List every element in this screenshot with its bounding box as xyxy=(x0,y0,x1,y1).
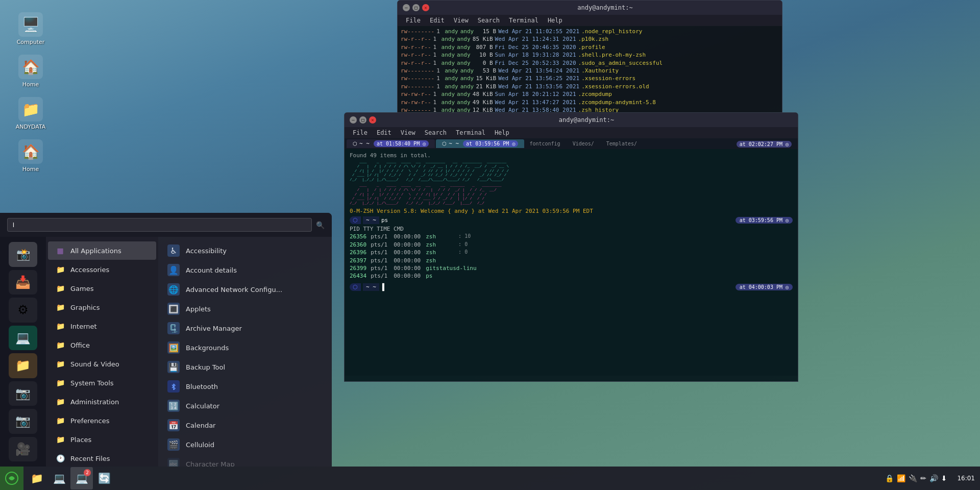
desktop: 🖥️ Computer 🏠 Home 📁 ANDYDATA 🏠 Home — □… xyxy=(0,0,980,490)
tray-network-icon[interactable]: 📶 xyxy=(897,474,905,482)
terminal-1-menu-terminal[interactable]: Terminal xyxy=(505,16,543,25)
launcher-item-inbox[interactable]: 📥 xyxy=(9,270,37,295)
taskbar-start-button[interactable] xyxy=(0,467,23,490)
taskbar-app-terminal-icon[interactable]: 💻 xyxy=(48,467,70,489)
term1-line-1: rw-------- 1 andy andy 15 B Wed Apr 21 1… xyxy=(401,28,779,35)
launcher-item-camera2[interactable]: 📷 xyxy=(9,409,37,434)
launcher-item-snap[interactable]: 📸 xyxy=(9,242,37,267)
launcher-item-camera1[interactable]: 📷 xyxy=(9,381,37,406)
terminal-1-menu-edit[interactable]: Edit xyxy=(426,16,449,25)
desktop-icon-home[interactable]: 🏠 Home xyxy=(10,53,51,90)
app-advanced-network[interactable]: 🌐 Advanced Network Configu... xyxy=(162,280,328,299)
terminal-2-tab-2[interactable]: ⬡ ~ ~ at 03:59:56 PM ◎ xyxy=(436,139,524,148)
terminal-1-minimize[interactable]: — xyxy=(403,4,410,11)
app-backup-tool[interactable]: 💾 Backup Tool xyxy=(162,357,328,377)
account-icon: 👤 xyxy=(167,264,180,276)
calculator-icon: 🔢 xyxy=(167,400,180,412)
terminal-2-menu-view[interactable]: View xyxy=(397,128,420,137)
terminal-1-close[interactable]: ✕ xyxy=(422,4,429,11)
app-search-input[interactable] xyxy=(7,218,312,232)
bluetooth-icon xyxy=(167,380,180,393)
tray-download-icon[interactable]: ⬇ xyxy=(941,474,947,482)
terminal-2-menu-edit[interactable]: Edit xyxy=(373,128,396,137)
terminal-1-menu-help[interactable]: Help xyxy=(544,16,567,25)
accessibility-icon: ♿ xyxy=(167,244,180,257)
terminal-2-maximize[interactable]: □ xyxy=(359,116,366,124)
term1-line-6: rw-------- 1 andy andy 53 B Wed Apr 21 1… xyxy=(401,67,779,75)
adv-network-icon: 🌐 xyxy=(167,283,180,296)
terminal-2-menu-file[interactable]: File xyxy=(349,128,372,137)
terminal-2-close[interactable]: ✕ xyxy=(369,116,376,124)
app-calculator[interactable]: 🔢 Calculator xyxy=(162,396,328,415)
cat-graphics-label: Graphics xyxy=(70,304,100,311)
category-accessories[interactable]: 📁 Accessories xyxy=(48,260,156,279)
home2-icon: 🏠 xyxy=(18,139,43,164)
category-graphics[interactable]: 📁 Graphics xyxy=(48,298,156,316)
tray-volume-icon[interactable]: 🔊 xyxy=(929,474,938,482)
category-office[interactable]: 📁 Office xyxy=(48,336,156,354)
category-places[interactable]: 📁 Places xyxy=(48,430,156,449)
launcher-item-settings[interactable]: ⚙️ xyxy=(9,298,37,323)
tab-right-time: at 02:02:27 PM ◎ xyxy=(737,141,792,148)
terminal-2-menu-terminal[interactable]: Terminal xyxy=(452,128,489,137)
app-backgrounds[interactable]: 🖼️ Backgrounds xyxy=(162,338,328,357)
calendar-icon: 📅 xyxy=(167,419,180,431)
app-applets[interactable]: 🔳 Applets xyxy=(162,299,328,318)
category-games[interactable]: 📁 Games xyxy=(48,279,156,298)
account-label: Account details xyxy=(186,266,237,274)
category-internet[interactable]: 📁 Internet xyxy=(48,317,156,335)
terminal-2-minimize[interactable]: — xyxy=(350,116,357,124)
app-character-map[interactable]: 🔤 Character Map xyxy=(162,454,328,467)
terminal-window-2: — □ ✕ andy@andymint:~ File Edit View Sea… xyxy=(344,112,798,382)
taskbar-apps-area: 📁 💻 💻 2 🔄 xyxy=(23,467,880,489)
app-account-details[interactable]: 👤 Account details xyxy=(162,260,328,280)
final-prompt-time: at 04:00:03 PM ◎ xyxy=(736,284,793,290)
desktop-icon-home2[interactable]: 🏠 Home xyxy=(10,137,51,175)
final-prompt: ⬡ ~ ~ ▌ at 04:00:03 PM ◎ xyxy=(350,283,793,291)
desktop-icon-computer[interactable]: 🖥️ Computer xyxy=(10,10,51,47)
category-recent-files[interactable]: 🕐 Recent Files xyxy=(48,449,156,467)
terminal-1-menu-view[interactable]: View xyxy=(450,16,473,25)
terminal-2-tab-1[interactable]: ⬡ ~ ~ at 01:58:40 PM ◎ xyxy=(347,139,435,148)
app-celluloid[interactable]: 🎬 Celluloid xyxy=(162,435,328,454)
cat-office-label: Office xyxy=(70,341,90,349)
terminal-1-menu-search[interactable]: Search xyxy=(474,16,504,25)
desktop-icon-andydata[interactable]: 📁 ANDYDATA xyxy=(10,95,51,132)
tray-pencil-icon[interactable]: ✏️ xyxy=(920,474,926,482)
category-administration[interactable]: 📁 Administration xyxy=(48,393,156,411)
recent-files-icon: 🕐 xyxy=(55,453,65,463)
app-archive-manager[interactable]: 🗜️ Archive Manager xyxy=(162,318,328,338)
category-sound-video[interactable]: 📁 Sound & Video xyxy=(48,355,156,373)
app-accessibility[interactable]: ♿ Accessibility xyxy=(162,241,328,260)
category-preferences[interactable]: 📁 Preferences xyxy=(48,411,156,430)
terminal-2-menu-search[interactable]: Search xyxy=(421,128,451,137)
app-bluetooth[interactable]: Bluetooth xyxy=(162,377,328,396)
application-menu: 🔍 📸 📥 ⚙️ 💻 📁 📷 📷 🎥 ▦ All Applications xyxy=(0,213,332,467)
charmap-label: Character Map xyxy=(186,460,235,467)
adv-network-label: Advanced Network Configu... xyxy=(186,286,282,293)
launcher-item-folder[interactable]: 📁 xyxy=(9,353,37,378)
terminal-2-menubar: File Edit View Search Terminal Help xyxy=(345,127,798,138)
app-calendar[interactable]: 📅 Calendar xyxy=(162,415,328,435)
backgrounds-label: Backgrounds xyxy=(186,344,229,352)
term1-line-3: rw-r--r-- 1 andy andy 807 B Fri Dec 25 2… xyxy=(401,43,779,51)
launcher-item-camera3[interactable]: 🎥 xyxy=(9,437,37,462)
tray-power-icon[interactable]: 🔌 xyxy=(909,474,917,482)
ps-proc-4: 26397 pts/1 00:00:00 zsh xyxy=(350,257,793,264)
launcher-item-terminal[interactable]: 💻 xyxy=(9,326,37,351)
terminal-1-maximize[interactable]: □ xyxy=(412,4,420,11)
taskbar-app-terminal-2[interactable]: 💻 2 xyxy=(70,467,93,489)
terminal-2-title: andy@andymint:~ xyxy=(380,116,793,124)
taskbar-app-refresh[interactable]: 🔄 xyxy=(93,467,115,489)
terminal-badge: 2 xyxy=(84,469,91,476)
category-system-tools[interactable]: 📁 System Tools xyxy=(48,374,156,392)
terminal-1-menu-file[interactable]: File xyxy=(402,16,425,25)
celluloid-label: Celluloid xyxy=(186,441,214,449)
taskbar-app-files[interactable]: 📁 xyxy=(26,467,48,489)
tray-lock-icon[interactable]: 🔒 xyxy=(885,474,894,482)
category-all-applications[interactable]: ▦ All Applications xyxy=(48,241,156,260)
prompt-time: at 03:59:56 PM ◎ xyxy=(736,217,793,224)
archive-label: Archive Manager xyxy=(186,325,242,332)
computer-icon: 🖥️ xyxy=(18,12,43,37)
terminal-2-menu-help[interactable]: Help xyxy=(491,128,513,137)
